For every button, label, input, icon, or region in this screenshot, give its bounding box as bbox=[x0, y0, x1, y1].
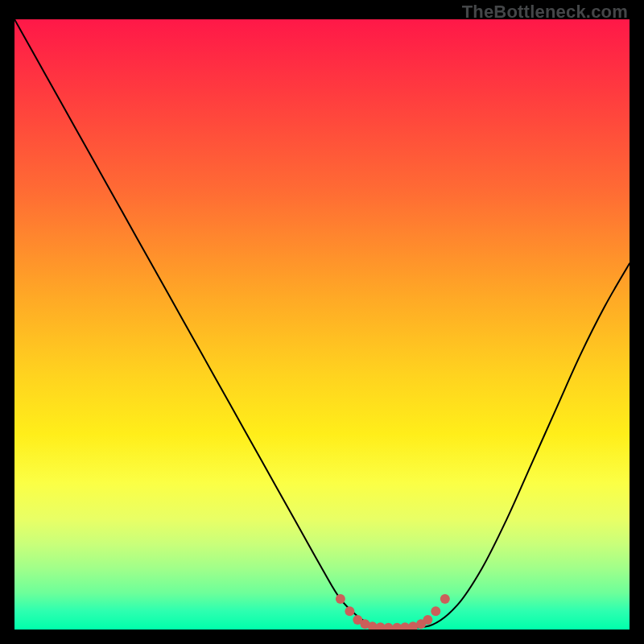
plot-area bbox=[14, 19, 630, 630]
chart-frame: TheBottleneck.com bbox=[0, 0, 644, 644]
marker-dot bbox=[423, 615, 432, 625]
marker-dot bbox=[336, 594, 345, 604]
marker-dot bbox=[431, 606, 440, 616]
marker-dot bbox=[384, 623, 394, 630]
bottleneck-curve bbox=[14, 19, 630, 628]
marker-dot bbox=[440, 594, 450, 604]
marker-dot bbox=[345, 606, 354, 616]
curve-svg bbox=[14, 19, 630, 630]
